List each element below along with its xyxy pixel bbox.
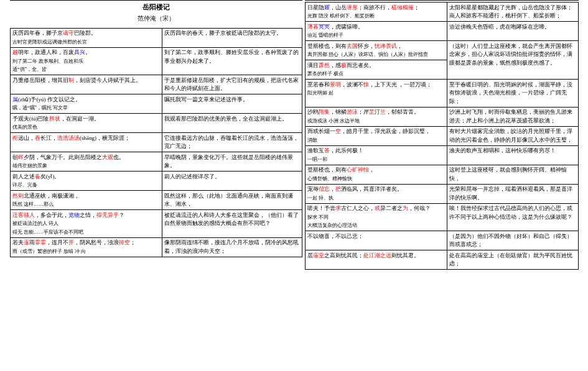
author: 范仲淹（宋） — [10, 14, 302, 23]
orig-line: 迫近 昏暗的样子 — [307, 31, 445, 40]
text-segment: ，皓月千里，浮光跃金，静影沉璧， — [341, 128, 431, 134]
orig-cell: 登斯楼也，则有去国怀乡，忧谗畏讥，离开国都 担心（人家）说坏话、惧怕（人家）批评… — [306, 41, 447, 60]
text-segment: 不以物喜，不以己悲； — [307, 233, 363, 239]
text-segment: 翔集 — [319, 109, 330, 115]
orig-line: 探求 不同 — [307, 213, 445, 222]
orig-cell: 日星隐耀，山岳潜形；商旅不行，樯倾楫摧；光辉 隐没 桅杆倒下、船桨折断 — [306, 2, 447, 22]
text-segment: ，郁郁青青。 — [386, 109, 419, 115]
translation-cell: 迫近傍晚天色昏暗，虎在咆哮猿在悲啼。 — [447, 22, 579, 41]
text-segment: 。 — [85, 49, 91, 55]
text-segment: 北通巫峡，南极潇湘， — [24, 193, 80, 199]
text-segment: 则忧其君。 — [391, 252, 419, 259]
text-segment: 之情， — [80, 212, 96, 218]
orig-cell: 渔歌互答，此乐何极！一唱一和 — [306, 145, 447, 165]
orig-line: 朝晖夕阴，气象万千。此则岳阳楼之大观也。 — [12, 153, 160, 162]
text-segment: 至若春和 — [307, 81, 330, 88]
translation-cell: 它连接着远方的山脉，吞噬着长江的流水，浩浩荡荡，宽广无边； — [162, 133, 302, 152]
orig-line: 迁客骚人，多会于此，览物之情，得无异乎？ — [12, 211, 160, 220]
orig-line: 大概活复杂的心理活动 — [307, 221, 445, 230]
orig-line: 详尽、完备 — [12, 181, 160, 190]
translation-cell: 太阳和星星都隐藏起了光辉，山岳也隐没了形体；商人和旅客不能通行，桅杆倒下、船桨折… — [447, 2, 579, 22]
text-segment: 雨 — [29, 239, 35, 245]
orig-cell: 衔远山，吞长江，浩浩汤汤(shāng)，横无际涯； — [11, 133, 162, 152]
table-row: 宠辱偕忘，把酒临风，其喜洋洋者矣。一起 持、执光荣和屈辱一并忘掉，端着酒杯迎着风… — [306, 184, 579, 203]
text-segment: 渔歌互 — [307, 147, 324, 153]
text-segment: 异二者之 — [380, 205, 403, 211]
text-segment: 芷 — [369, 109, 375, 115]
translation-cell: 至于春暖日明的、阳光明媚的时候，湖面平静，没有惊涛骇浪，天色湖光相接，一片碧绿，… — [447, 80, 579, 108]
text-segment: ， — [330, 186, 335, 192]
text-segment: 而悲者矣。 — [347, 62, 375, 68]
text-segment: ，何哉？ — [408, 205, 431, 211]
text-segment: ？ — [119, 212, 124, 218]
text-segment: ， — [397, 43, 403, 49]
text-segment: 极 — [341, 62, 347, 68]
text-segment: (shāng)，横无际涯； — [80, 135, 130, 141]
table-row: 然则北通巫峡，南极潇湘，既然 这样……那么既然这样，那么（此地）北面通向巫峡，南… — [11, 191, 302, 210]
orig-cell: 予观夫(fú)巴陵胜状，在洞庭一湖。优美的景色 — [11, 114, 162, 133]
text-segment: 览物 — [68, 212, 80, 218]
text-segment: 大观 — [102, 154, 113, 160]
text-segment: 既然 这样……那么 — [12, 201, 54, 207]
orig-line: 嘱，通“嘱”，嘱托 写文章 — [12, 104, 160, 112]
text-segment: 开 — [68, 239, 74, 245]
orig-line: 至若春和景明，波澜不惊，上下天光 ，一碧万顷； — [307, 81, 445, 89]
text-segment: 骚人 — [24, 212, 35, 218]
text-segment: ，山岳 — [330, 4, 347, 11]
orig-line: 若夫霪雨霏霏，连月不开，阴风怒号，浊浪排空； — [12, 239, 160, 247]
orig-cell: 越明年，政通人和，百废具兴。到了第二年 政事顺利、百姓和乐通“俱”，全、皆 — [11, 47, 162, 75]
text-segment: 离开国都 担心（人家）说坏话、惧怕（人家）批评指责 — [307, 52, 428, 57]
translation-cell: 我观看那巴陵郡的优美的景色，全在这洞庭湖上。 — [162, 114, 302, 133]
orig-line: 满目萧然，感极而悲者矣。 — [307, 62, 445, 70]
text-segment: 晖 — [18, 154, 24, 160]
text-segment: 偕忘 — [319, 186, 330, 192]
text-segment: 乃重修岳阳楼，增其旧 — [12, 77, 68, 83]
orig-line: 乃重修岳阳楼，增其旧制，刻唐贤今人诗赋于其上。 — [12, 76, 160, 85]
orig-line: 日星隐耀，山岳潜形；商旅不行，樯倾楫摧； — [307, 4, 445, 12]
table-row: 渔歌互答，此乐何极！一唱一和渔夫的歌声互相唱和，这种快乐哪有穷尽！ — [306, 145, 579, 165]
text-segment: 得无 岂能……乎应该不会不同吧 — [12, 229, 83, 235]
text-segment: 吞 — [35, 135, 40, 141]
text-segment: 光辉 隐没 桅杆倒下、船桨折断 — [307, 13, 375, 19]
text-segment: ；商旅不行， — [358, 4, 391, 11]
orig-line: 或游或泳 小洲 水边平地 — [307, 117, 445, 126]
text-segment: 予观夫(fú)巴陵 — [12, 116, 49, 122]
text-segment: 满目 — [307, 62, 319, 68]
text-segment: 嗟夫！予尝 — [307, 205, 335, 211]
text-segment: 登斯楼也，则有 — [307, 43, 347, 49]
text-segment: ，连月不 — [46, 239, 68, 245]
text-segment: 备 — [35, 173, 40, 180]
orig-line: 雨（或雪）繁密的样子 放晴 冲 向 — [12, 247, 160, 256]
table-row: 登斯楼也，则有去国怀乡，忧谗畏讥，离开国都 担心（人家）说坏话、惧怕（人家）批评… — [306, 41, 579, 60]
text-segment: 答 — [324, 147, 330, 153]
text-segment: 忧谗畏讥 — [375, 43, 397, 49]
text-segment: ，多会于此， — [35, 212, 68, 218]
orig-line: 被贬谪流迁的人 诗人 — [12, 219, 160, 228]
text-segment: 冥冥 — [319, 24, 330, 30]
orig-line: 不以物喜，不以己悲； — [307, 232, 445, 241]
text-segment: 游泳 — [347, 109, 358, 115]
text-segment: 庙堂 — [313, 252, 324, 259]
text-segment: 到了第二年 政事顺利、百姓和乐 — [12, 58, 83, 64]
text-segment: 明年 — [18, 49, 29, 55]
text-segment: 霏霏 — [35, 239, 46, 245]
text-segment: 一起 持、执 — [307, 195, 334, 201]
table-row: 前人之述备矣(yǐ)。详尽、完备前人的记述很详尽了。 — [11, 172, 302, 191]
text-segment: 探求 不同 — [307, 214, 329, 220]
orig-cell: 嗟夫！予尝求古仁人之心，或异二者之为，何哉？探求 不同大概活复杂的心理活动 — [306, 203, 447, 231]
orig-line: 宠辱偕忘，把酒临风，其喜洋洋者矣。 — [307, 185, 445, 194]
orig-cell: 登斯楼也，则有心旷神怡，心情舒畅、精神愉快 — [306, 165, 447, 184]
orig-line: 一唱一和 — [307, 155, 445, 164]
text-segment: 前人之述 — [12, 173, 35, 180]
text-segment: 宠辱 — [307, 186, 319, 192]
orig-line: 优美的景色 — [12, 123, 160, 132]
text-segment: ，政通人和， — [29, 49, 63, 55]
text-segment: 为 — [403, 205, 408, 211]
table-row: 若夫霪雨霏霏，连月不开，阴风怒号，浊浪排空；雨（或雪）繁密的样子 放晴 冲 向像… — [11, 237, 302, 257]
text-segment: 具兴 — [74, 49, 85, 55]
table-row: 至若春和景明，波澜不惊，上下天光 ，一碧万顷；阳光明媚 起至于春暖日明的、阳光明… — [306, 80, 579, 108]
translation-cell: 像那阴雨连绵不断，接连几个月不放晴，阴冷的风怒吼着，浑浊的浪冲向天空； — [162, 237, 302, 257]
text-segment: 若夫 — [12, 239, 24, 245]
translation-cell: 这时登上这座楼呀，就会感到胸怀开阔、精神愉快， — [447, 165, 579, 184]
translation-cell: 沙洲上时飞翔，时而停歇集栖息，美丽的鱼儿游来游去；岸上和小洲上的花草茂盛苍翠欲滴… — [447, 107, 579, 126]
